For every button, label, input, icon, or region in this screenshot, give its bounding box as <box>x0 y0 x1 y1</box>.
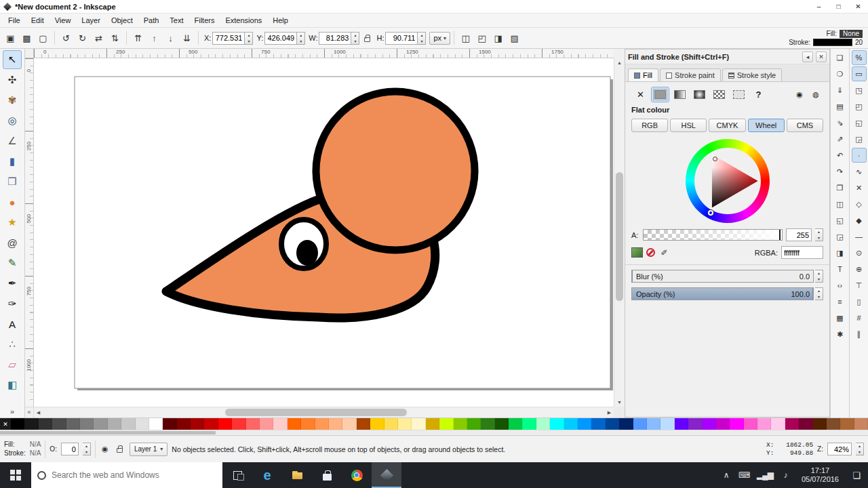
palette-swatch[interactable] <box>149 418 163 430</box>
palette-swatch[interactable] <box>163 418 176 430</box>
panel-close-button[interactable]: ✕ <box>816 52 827 62</box>
palette-scrollbar-thumb[interactable] <box>0 431 216 434</box>
edge-button[interactable] <box>252 462 282 488</box>
import-image-button[interactable]: ⇘ <box>833 115 848 130</box>
scroll-left-arrow[interactable]: ◀ <box>34 407 43 418</box>
save-document-button[interactable]: ⇓ <box>833 83 848 98</box>
palette-swatch[interactable] <box>633 418 647 430</box>
fill-indicator-value[interactable]: None <box>840 30 863 38</box>
snap-paths-button[interactable]: ∿ <box>852 164 867 179</box>
tool-selector[interactable]: ↖ <box>3 50 22 69</box>
lower-to-bottom-button[interactable]: ⇊ <box>179 30 195 46</box>
network-icon[interactable]: ▂▄▆ <box>757 470 773 480</box>
unknown-button[interactable]: ? <box>749 87 768 102</box>
palette-swatch[interactable] <box>467 418 481 430</box>
mouse-head-shape[interactable] <box>316 92 475 250</box>
scale-rect-corners-button[interactable]: ◰ <box>474 30 490 46</box>
palette-swatch[interactable] <box>232 418 245 430</box>
tool-calligraphy[interactable]: ✑ <box>3 294 22 313</box>
file-explorer-button[interactable] <box>282 462 312 488</box>
alpha-slider[interactable] <box>643 229 783 241</box>
hue-marker[interactable] <box>708 210 713 216</box>
palette-swatch[interactable] <box>384 418 398 430</box>
raise-button[interactable]: ↑ <box>146 30 162 46</box>
snap-bounding-box-button[interactable]: ▭ <box>852 66 867 81</box>
deselect-button[interactable]: ▢ <box>35 30 51 46</box>
tab-stroke-paint[interactable]: Stroke paint <box>660 68 721 81</box>
layer-visibility-icon[interactable]: ◉ <box>100 444 111 455</box>
tool-bezier-pen[interactable]: ✒ <box>3 274 22 293</box>
palette-swatch[interactable] <box>315 418 329 430</box>
palette-swatch[interactable] <box>495 418 509 430</box>
palette-swatch[interactable] <box>288 418 301 430</box>
copy-button[interactable]: ❐ <box>833 180 848 195</box>
chrome-button[interactable] <box>342 462 372 488</box>
zoom-to-drawing-button[interactable]: ◲ <box>833 229 848 244</box>
tab-fill[interactable]: Fill <box>628 68 658 81</box>
vertical-scrollbar-thumb[interactable] <box>616 172 623 301</box>
fill-rule-nonzero-button[interactable]: ◉ <box>792 88 807 102</box>
palette-swatch[interactable] <box>121 418 135 430</box>
align-and-distribute-button[interactable]: ≡ <box>833 294 848 309</box>
alpha-input[interactable] <box>786 228 812 241</box>
palette-swatch[interactable] <box>703 418 716 430</box>
palette-scrollbar[interactable] <box>0 430 868 435</box>
eyedropper-icon[interactable]: ✐ <box>658 247 670 258</box>
no-colour-icon[interactable] <box>646 248 655 257</box>
rotate-90-cw-button[interactable]: ↻ <box>75 30 90 46</box>
blur-slider[interactable]: Blur (%) 0.0 <box>631 270 814 283</box>
swatch-button[interactable] <box>730 87 748 102</box>
palette-swatch[interactable] <box>785 418 799 430</box>
snap-object-centers-button[interactable]: ⊙ <box>852 245 867 260</box>
palette-swatch[interactable] <box>813 418 827 430</box>
volume-icon[interactable]: ♪ <box>781 470 790 480</box>
object-opacity-input[interactable] <box>61 443 79 455</box>
stroke-color-swatch[interactable] <box>813 39 852 46</box>
y-spinner[interactable]: ▴▾ <box>297 32 305 45</box>
menu-file[interactable]: File <box>3 15 26 26</box>
zoom-to-selection-button[interactable]: ◱ <box>833 213 848 228</box>
snap-text-baselines-button[interactable]: ⊤ <box>852 278 867 293</box>
snap-bbox-edges-button[interactable]: ◳ <box>852 83 867 98</box>
snap-enable-button[interactable]: % <box>852 50 867 65</box>
print-document-button[interactable]: ▤ <box>833 99 848 114</box>
palette-swatch[interactable] <box>52 418 66 430</box>
palette-swatch[interactable] <box>578 418 591 430</box>
zoom-spinner[interactable]: ▴▾ <box>856 443 864 455</box>
close-button[interactable]: ✕ <box>848 0 868 13</box>
snap-guides-button[interactable]: ∥ <box>852 327 867 342</box>
start-button[interactable] <box>0 462 31 488</box>
tool-rectangle[interactable]: ▮ <box>3 152 22 171</box>
chevron-up-icon[interactable]: ∧ <box>722 470 731 480</box>
flip-horizontal-button[interactable]: ⇄ <box>91 30 106 46</box>
palette-swatch[interactable] <box>426 418 439 430</box>
tool-tweak[interactable]: ✾ <box>3 91 22 110</box>
tool-measure[interactable]: ∠ <box>3 131 22 150</box>
notification-center-icon[interactable]: ❏ <box>845 462 868 488</box>
menu-edit[interactable]: Edit <box>26 15 50 26</box>
units-dropdown[interactable]: px ▾ <box>429 32 450 45</box>
vertical-scrollbar[interactable]: ▲ ▼ <box>614 58 625 407</box>
new-document-button[interactable]: ❏ <box>833 50 848 65</box>
panel-collapse-button[interactable]: ◂ <box>802 52 813 62</box>
touch-keyboard-icon[interactable]: ⌨ <box>738 470 749 480</box>
snap-path-intersections-button[interactable]: ✕ <box>852 180 867 195</box>
x-input[interactable] <box>212 32 245 45</box>
task-view-button[interactable] <box>222 462 252 488</box>
zoom-input[interactable] <box>827 443 852 455</box>
palette-swatch[interactable] <box>39 418 52 430</box>
palette-swatch[interactable] <box>177 418 191 430</box>
opacity-spinner[interactable]: ▴▾ <box>815 287 823 300</box>
height-input[interactable] <box>385 32 418 45</box>
snap-bbox-corners-button[interactable]: ◰ <box>852 99 867 114</box>
snap-line-midpoints-button[interactable]: — <box>852 229 867 244</box>
tool-text[interactable]: A <box>3 314 22 333</box>
style-swatch-block[interactable]: Fill: N/A Stroke: N/A <box>4 441 41 458</box>
menu-layer[interactable]: Layer <box>76 15 106 26</box>
palette-swatch[interactable] <box>840 418 854 430</box>
mode-cmyk-button[interactable]: CMYK <box>709 119 745 132</box>
palette-swatch[interactable] <box>204 418 218 430</box>
no-paint-button[interactable]: ✕ <box>631 87 650 102</box>
minimize-button[interactable]: – <box>809 0 829 13</box>
taskbar-search-box[interactable] <box>31 462 222 488</box>
